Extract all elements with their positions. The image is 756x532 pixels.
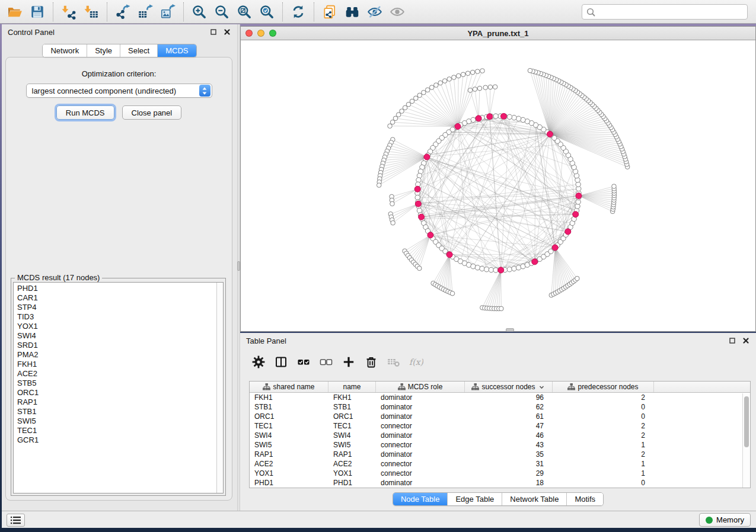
cell-MCDS-role[interactable]: dominator (376, 431, 465, 440)
cell-MCDS-role[interactable]: connector (376, 459, 465, 469)
export-table-button[interactable] (134, 2, 157, 22)
control-tab-select[interactable]: Select (120, 44, 157, 57)
graph-leaf-node[interactable] (390, 201, 395, 206)
cell-successor-nodes[interactable]: 61 (465, 412, 553, 421)
mcds-result-item[interactable]: RAP1 (17, 398, 223, 407)
graph-leaf-node[interactable] (434, 83, 439, 88)
column-header-shared-name[interactable]: shared name (250, 382, 328, 392)
mcds-result-item[interactable]: PHD1 (17, 284, 223, 293)
control-tab-mcds[interactable]: MCDS (157, 44, 196, 57)
unselect-all-columns-button[interactable] (316, 352, 336, 371)
float-panel-button[interactable] (209, 28, 218, 37)
cell-predecessor-nodes[interactable]: 1 (553, 440, 654, 450)
cell-shared-name[interactable]: RAP1 (250, 450, 328, 459)
table-tab-network-table[interactable]: Network Table (502, 493, 566, 505)
cell-shared-name[interactable]: FKH1 (250, 393, 328, 402)
graph-hub-node[interactable] (424, 154, 430, 160)
zoom-in-button[interactable] (188, 2, 210, 22)
zoom-fit-button[interactable] (233, 2, 256, 22)
refresh-layout-button[interactable] (287, 2, 310, 22)
graph-leaf-node[interactable] (429, 85, 434, 90)
graph-hub-node[interactable] (576, 193, 582, 199)
control-tab-style[interactable]: Style (87, 44, 120, 57)
cell-successor-nodes[interactable]: 96 (465, 393, 553, 402)
graph-hub-node[interactable] (498, 267, 504, 273)
cell-successor-nodes[interactable]: 43 (465, 440, 553, 450)
graph-leaf-node[interactable] (417, 266, 422, 271)
graph-hub-node[interactable] (455, 123, 461, 129)
cell-shared-name[interactable]: TEC1 (250, 421, 328, 431)
column-settings-button[interactable] (248, 352, 269, 371)
graph-hub-node[interactable] (552, 245, 558, 251)
graph-leaf-node[interactable] (393, 116, 398, 121)
graph-node[interactable] (475, 265, 480, 270)
cell-name[interactable]: ACE2 (328, 459, 376, 469)
cell-predecessor-nodes[interactable]: 2 (553, 431, 654, 440)
graph-leaf-node[interactable] (377, 183, 381, 188)
cell-shared-name[interactable]: ORC1 (250, 412, 328, 421)
cell-successor-nodes[interactable]: 35 (465, 450, 553, 459)
graph-leaf-node[interactable] (499, 306, 504, 311)
mcds-result-item[interactable]: STB1 (17, 407, 223, 416)
graph-leaf-node[interactable] (473, 87, 477, 92)
cell-predecessor-nodes[interactable]: 0 (553, 402, 654, 412)
graph-leaf-node[interactable] (396, 113, 401, 117)
cell-MCDS-role[interactable]: dominator (376, 478, 465, 488)
cell-shared-name[interactable]: SWI5 (250, 440, 328, 450)
cell-MCDS-role[interactable]: connector (376, 469, 465, 478)
graph-leaf-node[interactable] (425, 88, 430, 92)
graph-node[interactable] (512, 266, 516, 271)
search-network-button[interactable] (341, 2, 363, 22)
graph-leaf-node[interactable] (477, 86, 482, 91)
graph-node[interactable] (512, 115, 516, 120)
graph-leaf-node[interactable] (391, 220, 395, 225)
graph-node[interactable] (484, 267, 489, 271)
graph-hub-node[interactable] (487, 114, 493, 120)
cell-shared-name[interactable]: YOX1 (250, 469, 328, 478)
mcds-result-item[interactable]: YOX1 (17, 322, 223, 331)
cell-MCDS-role[interactable]: connector (376, 421, 465, 431)
mcds-result-item[interactable]: ORC1 (17, 388, 223, 398)
cell-successor-nodes[interactable]: 29 (465, 469, 553, 478)
criterion-select[interactable]: largest connected component (undirected) (26, 84, 212, 98)
graph-leaf-node[interactable] (468, 88, 473, 93)
cell-MCDS-role[interactable]: dominator (376, 412, 465, 421)
mcds-result-item[interactable]: SWI4 (17, 331, 223, 341)
graph-leaf-node[interactable] (447, 77, 452, 82)
graph-leaf-node[interactable] (480, 69, 485, 73)
graph-hub-node[interactable] (476, 116, 481, 121)
graph-node[interactable] (489, 267, 493, 272)
memory-button[interactable]: Memory (699, 513, 751, 527)
mcds-result-item[interactable]: FKH1 (17, 360, 223, 369)
add-column-button[interactable] (339, 352, 359, 371)
select-all-columns-button[interactable] (294, 352, 314, 371)
close-panel-button-2[interactable]: Close panel (122, 105, 182, 120)
cell-name[interactable]: YOX1 (328, 469, 376, 478)
export-network-button[interactable] (111, 2, 134, 22)
cell-name[interactable]: TEC1 (328, 421, 376, 431)
save-session-button[interactable] (26, 2, 49, 22)
show-column-panel-button[interactable] (271, 352, 291, 371)
graph-leaf-node[interactable] (470, 70, 475, 75)
mcds-result-item[interactable]: STB5 (17, 379, 223, 388)
graph-leaf-node[interactable] (388, 124, 393, 129)
graph-node[interactable] (480, 266, 484, 271)
graph-leaf-node[interactable] (493, 85, 497, 89)
cell-predecessor-nodes[interactable]: 2 (553, 450, 654, 459)
graph-hub-node[interactable] (414, 186, 420, 192)
cell-successor-nodes[interactable]: 47 (465, 421, 553, 431)
mcds-result-item[interactable]: TEC1 (17, 426, 223, 435)
import-table-button[interactable] (80, 2, 103, 22)
mcds-result-item[interactable]: PMA2 (17, 350, 223, 360)
graph-hub-node[interactable] (500, 113, 506, 119)
cell-shared-name[interactable]: STB1 (250, 402, 328, 412)
graph-leaf-node[interactable] (575, 276, 580, 281)
graph-leaf-node[interactable] (528, 68, 532, 73)
table-tab-edge-table[interactable]: Edge Table (447, 493, 502, 505)
close-table-panel-button[interactable] (741, 336, 750, 345)
cell-name[interactable]: ORC1 (328, 412, 376, 421)
graph-node[interactable] (493, 114, 498, 118)
graph-hub-node[interactable] (419, 214, 425, 220)
graph-node[interactable] (516, 116, 521, 121)
cell-name[interactable]: STB1 (328, 402, 376, 412)
